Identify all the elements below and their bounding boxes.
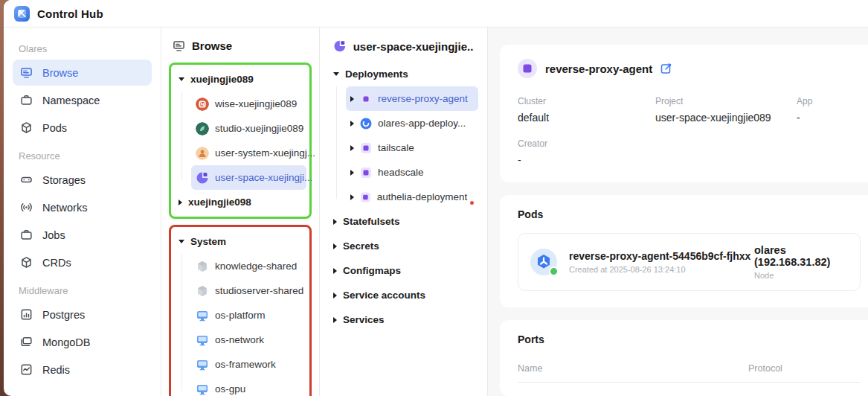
caret-right-icon[interactable] <box>350 96 354 102</box>
namespace-panel: user-space-xuejingjie... Deployments rev… <box>320 28 488 396</box>
sidebar-item-browse[interactable]: Browse <box>13 60 152 86</box>
olares-app-icon <box>360 118 372 130</box>
tree-node-label: Service accounts <box>343 290 425 301</box>
sidebar-item-namespace[interactable]: Namespace <box>13 87 152 113</box>
namespace-icon <box>20 94 33 106</box>
sidebar-item-redis[interactable]: Redis <box>13 357 152 383</box>
tree-node-label: studio-xuejingjie089 <box>215 123 303 134</box>
tree-node-os-gpu[interactable]: os-gpu <box>191 377 306 396</box>
alert-dot <box>470 201 474 205</box>
studio-app-icon <box>196 122 209 135</box>
tree-node-authelia-deployment[interactable]: authelia-deployment <box>346 185 478 209</box>
meta-label: App <box>797 96 861 106</box>
pod-name: reverse-proxy-agent-54456b9cf-fjhxx <box>569 250 754 262</box>
tree-node-configmaps[interactable]: Configmaps <box>329 258 478 283</box>
caret-right-icon[interactable] <box>333 293 337 298</box>
tree-node-label: os-platform <box>215 310 266 321</box>
sidebar-item-pods[interactable]: Pods <box>13 115 152 141</box>
caret-right-icon[interactable] <box>350 145 354 151</box>
details-panel: reverse-proxy-agent Cluster default Proj… <box>488 28 868 396</box>
sidebar-item-crds[interactable]: CRDs <box>13 249 152 275</box>
tree-node-os-framework[interactable]: os-framework <box>191 352 306 377</box>
sidebar-item-networks[interactable]: Networks <box>13 194 152 220</box>
sidebar-item-label: Namespace <box>42 95 100 106</box>
ports-table-header: Name Protocol <box>518 363 861 374</box>
tree-node-service-accounts[interactable]: Service accounts <box>329 283 478 307</box>
caret-down-icon[interactable] <box>333 72 339 76</box>
ports-section-title: Ports <box>518 333 861 345</box>
tree-node-label: System <box>190 236 226 247</box>
sidebar-section-resource: Resource <box>19 150 146 162</box>
mongodb-icon <box>20 336 33 348</box>
sidebar-item-mongodb[interactable]: MongoDB <box>13 329 152 355</box>
tree-node-olares-app-deploy[interactable]: olares-app-deploy... <box>346 111 478 135</box>
tree-node-xuejingjie089[interactable]: xuejingjie089 <box>174 67 306 92</box>
top-bar: Control Hub <box>4 0 868 28</box>
tree-node-system[interactable]: System <box>174 229 306 254</box>
tree-node-label: os-network <box>215 334 264 345</box>
caret-right-icon[interactable] <box>333 317 337 323</box>
os-monitor-icon <box>196 358 209 371</box>
caret-right-icon[interactable] <box>333 268 337 274</box>
tree-node-studio[interactable]: studio-xuejingjie089 <box>191 116 306 141</box>
tree-node-os-network[interactable]: os-network <box>191 328 306 352</box>
user-system-icon <box>196 147 209 160</box>
control-hub-window: Control Hub Olares Browse Namespace Pods… <box>4 0 868 396</box>
tree-node-user-space[interactable]: user-space-xuejingji... <box>191 165 306 190</box>
sidebar-item-label: Postgres <box>42 309 85 321</box>
tree-node-knowledge-shared[interactable]: knowledge-shared <box>191 254 306 278</box>
sidebar-item-jobs[interactable]: Jobs <box>13 222 152 248</box>
tree-node-wise[interactable]: wise-xuejingjie089 <box>191 92 306 116</box>
sidebar-item-label: MongoDB <box>42 336 90 348</box>
tree-node-label: Secrets <box>343 240 379 252</box>
caret-down-icon[interactable] <box>179 77 184 81</box>
tree-node-reverse-proxy-agent[interactable]: reverse-proxy-agent <box>346 86 478 111</box>
deployment-icon <box>360 167 372 179</box>
browse-panel-title: Browse <box>192 39 232 52</box>
meta-label: Cluster <box>518 96 655 106</box>
tree-node-tailscale[interactable]: tailscale <box>346 135 478 160</box>
tree-node-xuejingjie098[interactable]: xuejingjie098 <box>174 190 306 214</box>
tree-node-secrets[interactable]: Secrets <box>329 234 478 258</box>
caret-right-icon[interactable] <box>333 219 337 225</box>
tree-node-label: studioserver-shared <box>215 285 303 296</box>
tree-node-label: authelia-deployment <box>377 191 468 202</box>
meta-value: - <box>518 154 655 166</box>
os-monitor-icon <box>196 309 209 322</box>
caret-right-icon[interactable] <box>333 243 337 249</box>
caret-right-icon[interactable] <box>350 194 354 200</box>
pods-section-title: Pods <box>518 208 861 220</box>
sidebar-item-label: Networks <box>42 202 87 214</box>
tree-node-label: headscale <box>378 167 424 178</box>
tree-node-headscale[interactable]: headscale <box>346 160 478 185</box>
caret-right-icon[interactable] <box>179 199 182 205</box>
tree-node-studioserver-shared[interactable]: studioserver-shared <box>191 278 306 303</box>
tree-node-label: knowledge-shared <box>215 261 297 272</box>
storages-icon <box>20 173 33 186</box>
tree-node-services[interactable]: Services <box>329 307 478 332</box>
tree-node-os-platform[interactable]: os-platform <box>191 303 306 328</box>
tree-node-label: reverse-proxy-agent <box>378 93 468 104</box>
tree-node-label: user-space-xuejingji... <box>215 172 312 183</box>
pod-status-dot <box>549 266 559 276</box>
tree-node-statefulsets[interactable]: Statefulsets <box>329 209 478 234</box>
meta-creator: Creator - <box>518 138 655 166</box>
tree-node-deployments[interactable]: Deployments <box>329 62 478 86</box>
sidebar-item-postgres[interactable]: Postgres <box>13 301 152 328</box>
ports-col-protocol: Protocol <box>748 363 782 374</box>
caret-down-icon[interactable] <box>179 240 184 243</box>
sidebar-item-storages[interactable]: Storages <box>13 167 152 193</box>
caret-right-icon[interactable] <box>350 121 354 127</box>
tree-node-user-system[interactable]: user-system-xuejingj... <box>191 141 306 165</box>
namespace-panel-title: user-space-xuejingjie... <box>353 40 474 53</box>
sidebar: Olares Browse Namespace Pods Resource St… <box>4 28 161 396</box>
shared-cube-icon <box>196 284 209 298</box>
pod-row[interactable]: reverse-proxy-agent-54456b9cf-fjhxx Crea… <box>518 233 861 291</box>
sidebar-item-label: Pods <box>42 122 67 134</box>
edit-icon[interactable] <box>660 63 672 74</box>
caret-right-icon[interactable] <box>350 170 354 176</box>
pod-created-at: Created at 2025-08-26 13:24:10 <box>569 265 754 274</box>
jobs-icon <box>20 229 33 241</box>
deployment-details-card: reverse-proxy-agent Cluster default Proj… <box>500 45 868 182</box>
namespace-panel-header: user-space-xuejingjie... <box>329 35 478 62</box>
